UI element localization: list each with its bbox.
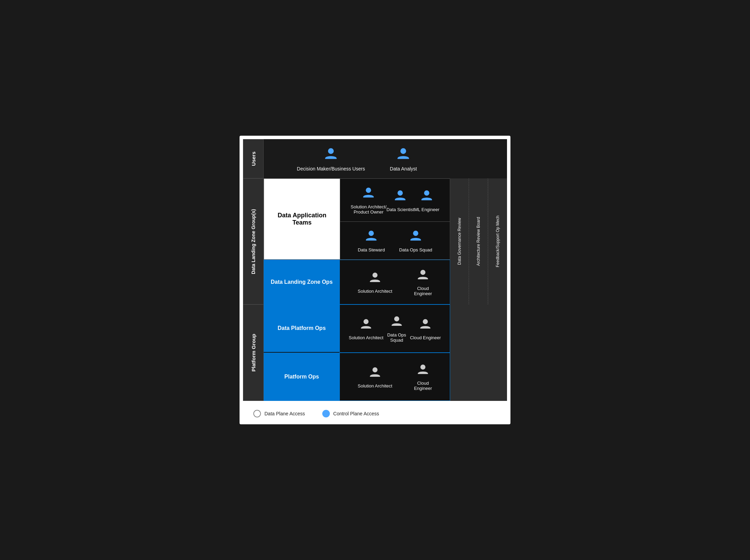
platform-ops-row: Platform Ops Solution Architect Cloud En… [264,353,450,401]
po-cloud-engineer: Cloud Engineer [414,363,432,391]
dlzg-label-cell: Data Landing Zone Group(s) [243,178,264,304]
person-white-icon-2 [415,268,430,283]
svg-point-0 [328,148,334,154]
dlzg-label-text: Data Landing Zone Group(s) [251,209,256,274]
role-solution-architect-label: Solution Architect/ Product Owner [351,204,386,215]
svg-point-9 [364,319,369,324]
person-blue-icon-3 [361,186,376,201]
data-app-teams-label: Data Application Teams [271,212,333,226]
dlzg-section: Data Landing Zone Group(s) Data Applicat… [243,178,507,304]
po-solution-architect: Solution Architect [358,365,392,388]
person-blue-icon-5 [419,188,435,204]
legend-filled-circle [322,410,330,417]
dlzo-solution-architect-label: Solution Architect [358,289,392,294]
platform-label-cell: Platform Group [243,304,264,401]
svg-point-5 [369,231,374,236]
platform-ops-blue-box: Platform Ops [264,353,339,401]
users-section-label: Users [243,139,264,178]
person-white-icon-3 [358,317,374,332]
person-white-icon-5 [418,317,433,332]
dlzg-right-labels: Data Governance Review Architecture Revi… [450,178,507,304]
role-solution-architect: Solution Architect/ Product Owner [351,186,386,215]
svg-point-7 [373,272,378,278]
platform-ops-right: Solution Architect Cloud Engineer [339,353,450,401]
dlzg-content: Data Application Teams Solution Architec… [264,178,450,304]
dpo-solution-architect-label: Solution Architect [349,335,383,340]
person-white-icon-4 [389,314,404,330]
svg-point-13 [420,365,426,370]
svg-point-10 [394,317,399,322]
legend: Data Plane Access Control Plane Access [243,406,507,421]
dlzo-cloud-engineer: Cloud Engineer [414,268,432,296]
legend-control-plane-label: Control Plane Access [333,411,379,416]
platform-content: Data Platform Ops Solution Architect Dat… [264,304,450,401]
person-white-icon-1 [367,271,383,286]
platform-right-filler [450,304,507,401]
dlzo-solution-architect: Solution Architect [358,271,392,294]
role-data-ops-squad-label: Data Ops Squad [399,247,432,252]
svg-point-2 [366,188,371,193]
data-app-teams-white-box: Data Application Teams [264,179,340,259]
svg-point-3 [398,190,403,195]
data-platform-ops-blue-box: Data Platform Ops [264,304,339,353]
person-blue-icon-2 [395,146,412,163]
role-ml-engineer: ML Engineer [414,188,439,212]
data-platform-ops-right: Solution Architect Data Ops Squad Cloud … [339,304,450,353]
legend-outline-circle [253,410,261,417]
role-data-steward: Data Steward [358,229,385,252]
svg-point-1 [401,148,406,154]
data-app-teams-row: Data Application Teams Solution Architec… [264,178,450,260]
role-data-scientist: Data Scientist [386,188,414,212]
legend-data-plane-label: Data Plane Access [264,411,305,416]
dlzo-right: Solution Architect Cloud Engineer [339,260,450,304]
user-data-analyst: Data Analyst [390,146,417,172]
platform-section: Platform Group Data Platform Ops Solutio… [243,304,507,401]
dpo-cloud-engineer: Cloud Engineer [410,317,441,340]
person-blue-icon-6 [363,229,379,245]
platform-ops-label: Platform Ops [284,374,319,380]
data-platform-ops-row: Data Platform Ops Solution Architect Dat… [264,304,450,353]
right-label-arch-review: Architecture Review Board [469,178,488,304]
po-solution-architect-label: Solution Architect [358,383,392,388]
user-decision-maker: Decision Maker/Business Users [297,146,365,172]
role-ml-engineer-label: ML Engineer [414,207,439,212]
right-top-filler [450,139,507,178]
dpo-solution-architect: Solution Architect [349,317,383,340]
person-blue-icon-7 [408,229,424,245]
role-data-steward-label: Data Steward [358,247,385,252]
person-blue-icon-4 [392,188,408,204]
legend-data-plane: Data Plane Access [253,410,305,417]
data-app-teams-right: Solution Architect/ Product Owner Data S… [340,179,450,259]
platform-label-text: Platform Group [251,334,256,372]
user-decision-maker-label: Decision Maker/Business Users [297,166,365,172]
dlzo-label: Data Landing Zone Ops [271,279,333,285]
svg-point-12 [373,367,378,372]
dlzo-cloud-engineer-label: Cloud Engineer [414,286,432,296]
dat-upper-roles: Solution Architect/ Product Owner Data S… [340,179,450,222]
user-data-analyst-label: Data Analyst [390,166,417,172]
svg-point-8 [420,270,426,275]
users-content: Decision Maker/Business Users Data Analy… [264,139,450,178]
role-data-scientist-label: Data Scientist [386,207,414,212]
dpo-data-ops-squad-label: Data Ops Squad [387,332,406,343]
dat-lower-roles: Data Steward Data Ops Squad [340,222,450,259]
person-white-icon-7 [415,363,430,378]
legend-control-plane: Control Plane Access [322,410,379,417]
svg-point-11 [423,319,428,324]
users-label-text: Users [251,152,256,166]
full-diagram: Users Decision Maker/Business Users [240,136,510,424]
svg-point-6 [413,231,418,236]
dpo-cloud-engineer-label: Cloud Engineer [410,335,441,340]
po-cloud-engineer-label: Cloud Engineer [414,381,432,391]
svg-point-4 [424,190,429,195]
dpo-data-ops-squad: Data Ops Squad [387,314,406,343]
dlzo-row: Data Landing Zone Ops Solution Architect… [264,260,450,304]
person-blue-icon-1 [322,146,339,163]
data-platform-ops-label: Data Platform Ops [277,325,326,331]
role-data-ops-squad: Data Ops Squad [399,229,432,252]
person-white-icon-6 [367,365,383,381]
diagram-body: Users Decision Maker/Business Users [243,139,507,401]
dlzo-blue-box: Data Landing Zone Ops [264,260,339,304]
right-label-data-governance: Data Governance Review [450,178,469,304]
right-label-feedback: Feedback/Support Op Mech [488,178,507,304]
